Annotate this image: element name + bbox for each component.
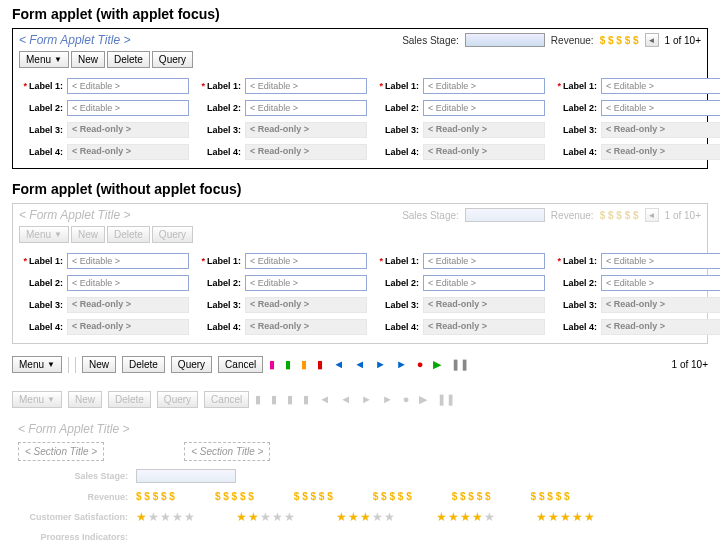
new-button[interactable]: New — [71, 51, 105, 68]
last-icon: ► — [382, 393, 393, 406]
label4-readonly: < Read-only > — [245, 144, 367, 160]
delete-button[interactable]: Delete — [107, 226, 150, 243]
label3-readonly: < Read-only > — [67, 122, 189, 138]
applet-title-standalone: < Form Applet Title > — [0, 414, 720, 438]
delete-button[interactable]: Delete — [107, 51, 150, 68]
label2-input[interactable] — [67, 275, 189, 291]
applet-title: < Form Applet Title > — [19, 33, 131, 47]
label1-input[interactable] — [67, 78, 189, 94]
chart-icon: ▮ — [271, 393, 277, 406]
chart-icon[interactable]: ▮ — [317, 358, 323, 371]
menu-button[interactable]: Menu▼ — [19, 51, 69, 68]
sales-stage-label: Sales Stage: — [18, 471, 128, 481]
delete-button[interactable]: Delete — [108, 391, 151, 408]
query-button[interactable]: Query — [171, 356, 212, 373]
prev-icon[interactable]: ◄ — [354, 358, 365, 371]
revenue-value: $ $ $ $ $ — [600, 35, 639, 46]
pause-icon: ❚❚ — [437, 393, 455, 406]
menu-button[interactable]: Menu▼ — [19, 226, 69, 243]
label1-input[interactable] — [601, 78, 720, 94]
caret-down-icon: ▼ — [54, 55, 62, 64]
stars-1: ★★★★★ — [136, 510, 196, 524]
sales-stage-field[interactable] — [136, 469, 236, 483]
chart-icon[interactable]: ▮ — [301, 358, 307, 371]
cancel-button[interactable]: Cancel — [204, 391, 249, 408]
label2-input[interactable] — [245, 275, 367, 291]
query-button[interactable]: Query — [152, 226, 193, 243]
revenue-label: Revenue: — [551, 35, 594, 46]
next-icon[interactable]: ► — [375, 358, 386, 371]
form-applet-unfocused: < Form Applet Title > Sales Stage: Reven… — [12, 203, 708, 344]
chart-icon: ▮ — [303, 393, 309, 406]
first-icon: ◄ — [319, 393, 330, 406]
revenue-label: Revenue: — [18, 492, 128, 502]
label2-input[interactable] — [601, 100, 720, 116]
label1-input[interactable] — [423, 78, 545, 94]
titlebar: < Form Applet Title > Sales Stage: Reven… — [13, 29, 707, 51]
new-button[interactable]: New — [71, 226, 105, 243]
menu-button[interactable]: Menu▼ — [12, 356, 62, 373]
label2-input[interactable] — [67, 100, 189, 116]
last-icon[interactable]: ► — [396, 358, 407, 371]
label3-readonly: < Read-only > — [601, 122, 720, 138]
chart-icon: ▮ — [255, 393, 261, 406]
prev-record-button[interactable]: ◄ — [645, 208, 659, 222]
label3-readonly: < Read-only > — [423, 122, 545, 138]
pause-icon[interactable]: ❚❚ — [451, 358, 469, 371]
label1-input[interactable] — [245, 253, 367, 269]
toolbar-variant-enabled: Menu▼ New Delete Query Cancel ▮ ▮ ▮ ▮ ◄ … — [0, 350, 720, 379]
query-button[interactable]: Query — [157, 391, 198, 408]
new-button[interactable]: New — [82, 356, 116, 373]
field-grid: *Label 1: *Label 1: *Label 1: *Label 1: … — [13, 72, 707, 168]
prev-record-button[interactable]: ◄ — [645, 33, 659, 47]
label3-readonly: < Read-only > — [245, 122, 367, 138]
toolbar-variant-disabled: Menu▼ New Delete Query Cancel ▮ ▮ ▮ ▮ ◄ … — [0, 385, 720, 414]
delete-button[interactable]: Delete — [122, 356, 165, 373]
section-title: < Section Title > — [184, 442, 270, 461]
heading-with-focus: Form applet (with applet focus) — [0, 0, 720, 28]
label2-input[interactable] — [245, 100, 367, 116]
toolbar: Menu▼ New Delete Query — [13, 51, 707, 72]
menu-button[interactable]: Menu▼ — [12, 391, 62, 408]
cancel-button[interactable]: Cancel — [218, 356, 263, 373]
label4-readonly: < Read-only > — [67, 144, 189, 160]
chart-icon[interactable]: ▮ — [285, 358, 291, 371]
label4-readonly: < Read-only > — [423, 144, 545, 160]
prev-icon: ◄ — [340, 393, 351, 406]
stars-2: ★★★★★ — [236, 510, 296, 524]
play-icon[interactable]: ▶ — [433, 358, 441, 371]
sales-stage-field[interactable] — [465, 208, 545, 222]
label1-input[interactable] — [245, 78, 367, 94]
sales-stage-field[interactable] — [465, 33, 545, 47]
stars-3: ★★★★★ — [336, 510, 396, 524]
chart-icon: ▮ — [287, 393, 293, 406]
applet-title: < Form Applet Title > — [19, 208, 131, 222]
sales-stage-label: Sales Stage: — [402, 35, 459, 46]
stars-5: ★★★★★ — [536, 510, 596, 524]
label2-input[interactable] — [423, 275, 545, 291]
play-icon: ▶ — [419, 393, 427, 406]
label4-readonly: < Read-only > — [601, 144, 720, 160]
label2-input[interactable] — [423, 100, 545, 116]
section-title: < Section Title > — [18, 442, 104, 461]
next-icon: ► — [361, 393, 372, 406]
chart-icon[interactable]: ▮ — [269, 358, 275, 371]
label1-input[interactable] — [67, 253, 189, 269]
record-icon: ● — [403, 393, 410, 406]
heading-without-focus: Form applet (without applet focus) — [0, 175, 720, 203]
cust-sat-label: Customer Satisfaction: — [18, 512, 128, 522]
first-icon[interactable]: ◄ — [333, 358, 344, 371]
new-button[interactable]: New — [68, 391, 102, 408]
query-button[interactable]: Query — [152, 51, 193, 68]
label1-input[interactable] — [601, 253, 720, 269]
label1-input[interactable] — [423, 253, 545, 269]
record-counter: 1 of 10+ — [665, 35, 701, 46]
label2-input[interactable] — [601, 275, 720, 291]
stars-4: ★★★★★ — [436, 510, 496, 524]
progress-label: Progress Indicators: — [18, 532, 128, 540]
form-applet-focused: < Form Applet Title > Sales Stage: Reven… — [12, 28, 708, 169]
record-icon[interactable]: ● — [417, 358, 424, 371]
